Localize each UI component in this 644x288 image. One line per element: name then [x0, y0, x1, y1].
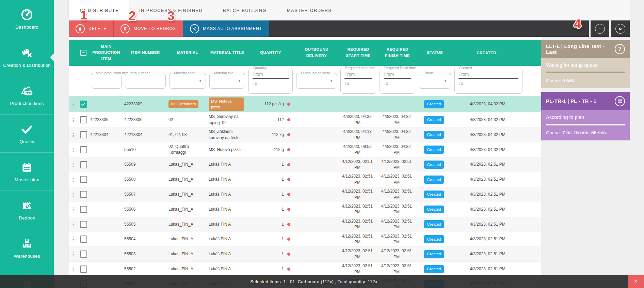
row-menu-icon[interactable]: ⋮	[69, 192, 78, 197]
sidebar-item-redbox[interactable]: Redbox	[0, 191, 54, 229]
column-header-material-title[interactable]: MATERIAL TITLE	[208, 50, 247, 56]
mass-auto-assignment-button[interactable]: MASS AUTO ASSIGNMENT	[183, 20, 269, 37]
filter-to-input[interactable]	[344, 81, 372, 86]
row-checkbox[interactable]	[78, 266, 89, 273]
row-checkbox[interactable]	[78, 191, 89, 198]
row-checkbox[interactable]	[78, 251, 89, 258]
row-checkbox[interactable]	[78, 131, 89, 138]
cell-status: Created	[417, 99, 453, 110]
filter-required-start-time[interactable]: Required start time	[340, 68, 376, 94]
cell-quantity: 1	[247, 205, 294, 214]
column-header-outbound-delivery[interactable]: OUTBOUND DELIVERY	[294, 47, 339, 59]
status-badge: Created	[424, 220, 444, 228]
filter-created[interactable]: Created	[454, 68, 522, 94]
filter-item-number[interactable]: Item number	[125, 73, 166, 89]
menu-icon[interactable]	[615, 96, 625, 106]
column-header-main-production-item[interactable]: MAIN PRODUCTION ITEM	[89, 44, 123, 62]
tab-to-distribute[interactable]: TO DISTRIBUTE	[69, 0, 129, 20]
row-menu-icon[interactable]: ⋮	[69, 237, 78, 242]
row-menu-icon[interactable]: ⋮	[69, 118, 78, 122]
row-checkbox[interactable]	[78, 161, 89, 168]
filter-from-input[interactable]	[458, 72, 518, 79]
table-row[interactable]: ⋮ 55507 Lukas_FIN_A Lukáš FIN A 1 4/12/2…	[69, 187, 541, 202]
move-to-redbox-button[interactable]: MOVE TO REDBOX	[114, 20, 183, 37]
row-menu-icon[interactable]: ⋮	[69, 267, 78, 272]
row-checkbox[interactable]	[78, 116, 89, 123]
column-header-status[interactable]: STATUS	[417, 50, 453, 56]
sidebar-item-quality[interactable]: Quality	[0, 115, 54, 153]
row-checkbox[interactable]	[78, 236, 89, 243]
row-menu-icon[interactable]: ⋮	[69, 177, 78, 182]
filter-from-input[interactable]	[384, 72, 411, 79]
toolbar-button-label: MASS AUTO ASSIGNMENT	[203, 26, 262, 31]
filter-status[interactable]: Status▼	[419, 73, 451, 89]
line-card[interactable]: PL-TR-1 | PL - TR - 1 According to plan …	[541, 92, 630, 140]
table-row[interactable]: ⋮ 55510 02_Quattro Formaggi MS_Hotová pi…	[69, 142, 541, 157]
table-row[interactable]: ⋮ 55506 Lukas_FIN_A Lukáš FIN A 1 4/12/2…	[69, 202, 541, 217]
filter-quantity[interactable]: Quantity	[248, 68, 293, 94]
table-row[interactable]: ⋮ 55503 Lukas_FIN_A Lukáš FIN A 1 4/12/2…	[69, 247, 541, 262]
filter-from-input[interactable]	[253, 72, 289, 79]
tab-batch-building[interactable]: BATCH BUILDING	[213, 0, 277, 20]
filter-to-input[interactable]	[458, 81, 518, 86]
row-menu-icon[interactable]: ⋮	[69, 147, 78, 152]
sidebar-item-dashboard[interactable]: Dashboard	[0, 0, 54, 38]
add-button[interactable]	[591, 20, 609, 37]
filter-main-production-item[interactable]: Main production item	[91, 73, 122, 89]
status-badge: Created	[424, 146, 444, 154]
cell-material-title: Lukáš FIN A	[208, 205, 247, 214]
question-icon[interactable]: ?	[615, 44, 625, 54]
filter-input[interactable]	[91, 73, 121, 88]
row-menu-icon[interactable]: ⋮	[69, 133, 78, 137]
table-row[interactable]: ⋮ 55509 Lukas_FIN_A Lukáš FIN A 1 4/12/2…	[69, 157, 541, 172]
settings-button[interactable]	[611, 20, 630, 37]
row-checkbox[interactable]	[78, 101, 89, 108]
sidebar-item-master-plan[interactable]: Master plan	[0, 153, 54, 191]
priority-dot-icon	[287, 268, 290, 271]
close-selection-button[interactable]: ×	[628, 275, 644, 288]
filter-material-title[interactable]: Material title▼	[209, 73, 245, 89]
table-row[interactable]: ⋮ 42233309 01_Carbonara MS_Hotová pizza …	[69, 96, 541, 112]
filter-outbound-delivery[interactable]: Outbound delivery▼	[296, 73, 337, 89]
column-header-material[interactable]: MATERIAL	[167, 50, 208, 56]
tab-master-orders[interactable]: MASTER ORDERS	[277, 0, 342, 20]
row-menu-icon[interactable]: ⋮	[69, 162, 78, 167]
row-menu-icon[interactable]: ⋮	[69, 222, 78, 227]
filter-to-input[interactable]	[253, 81, 289, 86]
column-header-required-finish-time[interactable]: REQUIRED FINISH TIME	[378, 47, 417, 59]
cell-required-finish-time: 4/12/2023, 02:51 PM	[378, 202, 417, 217]
table-row[interactable]: ⋮ 55505 Lukas_FIN_A Lukáš FIN A 1 4/12/2…	[69, 217, 541, 232]
sidebar-item-warehouses[interactable]: Warehouses	[0, 229, 54, 267]
filter-to-input[interactable]	[384, 81, 411, 86]
production-lines-icon	[20, 85, 33, 97]
select-all-checkbox[interactable]	[78, 50, 89, 56]
filter-material-code[interactable]: Material code▼	[169, 73, 206, 89]
table-row[interactable]: ⋮ 55502 Lukas_FIN_A Lukáš FIN A 1 4/12/2…	[69, 262, 541, 277]
table-row[interactable]: ⋮ 42223306 42223306 02 MS_Suroviny na to…	[69, 112, 541, 127]
line-card[interactable]: LLT-L | Long Line Test - Last ? Waiting …	[541, 40, 630, 88]
row-checkbox[interactable]	[78, 146, 89, 153]
cell-required-start-time: 4/12/2023, 02:51 PM	[339, 172, 378, 187]
row-menu-icon[interactable]: ⋮	[69, 252, 78, 257]
column-header-quantity[interactable]: QUANTITY	[247, 50, 294, 56]
row-menu-icon[interactable]: ⋮	[69, 102, 78, 107]
filter-from-input[interactable]	[344, 72, 372, 79]
table-row[interactable]: ⋮ 42213304 42213304 01, 02, 03 MS_Základ…	[69, 127, 541, 142]
column-header-created[interactable]: CREATED↓	[453, 49, 524, 56]
column-header-item-number[interactable]: ITEM NUMBER	[123, 50, 167, 56]
cell-material: 02_Quattro Formaggi	[167, 142, 208, 157]
filter-required-finish-time[interactable]: Required finish time	[380, 68, 415, 94]
sidebar-item-production-lines[interactable]: Production lines	[0, 76, 54, 115]
row-checkbox[interactable]	[78, 206, 89, 213]
filter-input[interactable]	[125, 73, 165, 88]
table-row[interactable]: ⋮ 55508 Lukas_FIN_A Lukáš FIN A 1 4/12/2…	[69, 172, 541, 187]
table-row[interactable]: ⋮ 55504 Lukas_FIN_A Lukáš FIN A 1 4/12/2…	[69, 232, 541, 247]
cell-main-production-item	[89, 223, 123, 226]
row-menu-icon[interactable]: ⋮	[69, 207, 78, 212]
row-checkbox[interactable]	[78, 176, 89, 183]
row-checkbox[interactable]	[78, 221, 89, 228]
cell-status: Created	[417, 159, 453, 170]
delete-button[interactable]: DELETE	[69, 20, 114, 37]
column-header-required-start-time[interactable]: REQUIRED START TIME	[339, 47, 378, 59]
sidebar-item-creation-distribution[interactable]: Creation & Distribution	[0, 38, 54, 76]
